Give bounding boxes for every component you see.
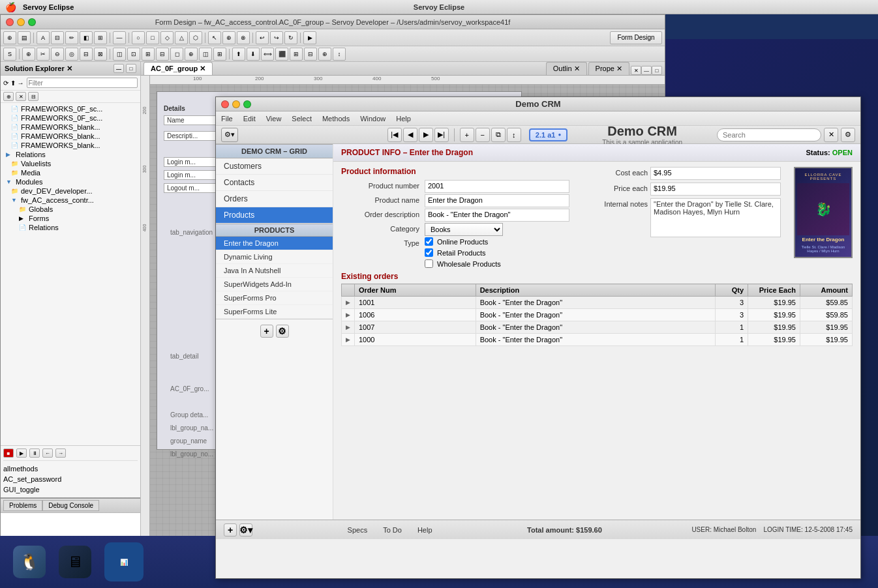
tb-btn-1[interactable]: ⊕ (3, 31, 16, 44)
tb-btn-10[interactable]: □ (146, 31, 159, 44)
order-row-1006[interactable]: ▶ 1006 Book - "Enter the Dragon" 3 $19.9… (342, 309, 853, 321)
nav-products[interactable]: Products (216, 207, 333, 224)
tb-btn-nav3[interactable]: ↻ (284, 31, 297, 44)
nav-dynamic-living[interactable]: Dynamic Living (216, 250, 333, 264)
nav-prev-btn[interactable]: ◀ (403, 128, 417, 142)
pause-btn[interactable]: ⏸ (29, 448, 40, 458)
add-nav-btn[interactable]: + (260, 325, 273, 338)
form-design-btn[interactable]: Form Design (610, 31, 662, 44)
debug-console-tab[interactable]: Debug Console (42, 500, 99, 511)
tb-btn-4[interactable]: ⊟ (51, 31, 64, 44)
tb-btn-5[interactable]: ✏ (65, 31, 78, 44)
panel-min-btn[interactable]: — (641, 66, 652, 75)
tb2-13[interactable]: ◫ (199, 48, 212, 61)
tb2-1[interactable]: ⊕ (22, 48, 35, 61)
nav-back-btn[interactable]: ← (42, 448, 53, 458)
tb2-18[interactable]: ⬛ (275, 48, 288, 61)
tb2-14[interactable]: ⊞ (213, 48, 226, 61)
tb2-9[interactable]: ⊞ (142, 48, 155, 61)
tree-item-media[interactable]: 📁 Media (1, 168, 140, 177)
tb-btn-15[interactable]: ⊗ (237, 31, 250, 44)
nav-superwidgets[interactable]: SuperWidgets Add-In (216, 278, 333, 291)
nav-next-btn[interactable]: ▶ (419, 128, 433, 142)
nav-customers[interactable]: Customers (216, 158, 333, 175)
tb2-11[interactable]: ◻ (170, 48, 183, 61)
menu-select[interactable]: Select (292, 115, 312, 123)
tb2-10[interactable]: ⊟ (156, 48, 169, 61)
options-bottom-btn[interactable]: ⚙▾ (239, 523, 252, 537)
tb-btn-2[interactable]: ▤ (18, 31, 31, 44)
tab-ac0f[interactable]: AC_0F_group ✕ (144, 62, 213, 75)
online-products-row[interactable]: Online Products (425, 237, 501, 246)
crm-close-btn[interactable] (221, 100, 229, 108)
tb-btn-nav1[interactable]: ↩ (256, 31, 269, 44)
tab-prope[interactable]: Prope ✕ (588, 62, 629, 75)
allmethods-item[interactable]: allmethods (3, 463, 138, 474)
tb2-16[interactable]: ⬇ (247, 48, 260, 61)
nav-java-nutshell[interactable]: Java In A Nutshell (216, 264, 333, 278)
tree-item-frameworks2[interactable]: 📄 FRAMEWORKS_0F_sc... (1, 113, 140, 123)
add-bottom-btn[interactable]: + (224, 523, 237, 537)
tree-item-globals[interactable]: 📁 Globals (1, 205, 140, 214)
tab-todo[interactable]: To Do (378, 525, 407, 535)
tb2-20[interactable]: ⊟ (304, 48, 317, 61)
tb-btn-8[interactable]: — (113, 31, 126, 44)
tree-item-frameworks4[interactable]: 📄 FRAMEWORKS_blank... (1, 132, 140, 141)
tb2-7[interactable]: ◫ (113, 48, 126, 61)
tb-servoy[interactable]: S (3, 48, 16, 61)
tb-btn-mouse[interactable]: ↖ (208, 31, 221, 44)
menu-window[interactable]: Window (360, 115, 386, 123)
retail-products-cb[interactable] (425, 248, 433, 257)
tree-btn-3[interactable]: ⊟ (28, 92, 38, 101)
tb2-21[interactable]: ⊕ (318, 48, 331, 61)
nav-enter-dragon[interactable]: Enter the Dragon (216, 237, 333, 250)
tb2-22[interactable]: ↕ (333, 48, 346, 61)
tab-outline[interactable]: Outlin ✕ (546, 62, 587, 75)
nav-first-btn[interactable]: |◀ (387, 128, 402, 142)
dock-blue-widget[interactable]: 📊 (104, 542, 144, 581)
tb-btn-14[interactable]: ⊕ (222, 31, 235, 44)
nav-superforms-lite[interactable]: SuperForms Lite (216, 305, 333, 319)
sort-btn[interactable]: ↕ (507, 128, 521, 142)
problems-tab[interactable]: Problems (3, 500, 42, 511)
tb2-6[interactable]: ⊠ (94, 48, 107, 61)
ac-set-password-item[interactable]: AC_set_password (3, 474, 138, 484)
new-record-btn[interactable]: + (460, 128, 474, 142)
gui-toggle-item[interactable]: GUI_toggle (3, 484, 138, 495)
tb-btn-6[interactable]: ◧ (80, 31, 93, 44)
dock-icon-2[interactable]: 🖥 (59, 546, 91, 578)
tb2-4[interactable]: ◎ (65, 48, 78, 61)
crm-settings-btn[interactable]: ⚙▾ (221, 128, 238, 142)
search-clear-btn[interactable]: ✕ (824, 128, 838, 142)
order-row-1000[interactable]: ▶ 1000 Book - "Enter the Dragon" 1 $19.9… (342, 334, 853, 346)
minimize-button[interactable] (17, 18, 25, 26)
category-select[interactable]: Books (425, 223, 503, 236)
tree-item-relations[interactable]: ▶ Relations (1, 150, 140, 159)
tb-btn-run[interactable]: ▶ (303, 31, 316, 44)
settings-nav-btn[interactable]: ⚙ (276, 325, 289, 338)
tb2-17[interactable]: ⟺ (261, 48, 274, 61)
search-settings-btn[interactable]: ⚙ (841, 128, 855, 142)
menu-file[interactable]: File (221, 115, 233, 123)
wholesale-products-cb[interactable] (425, 259, 433, 268)
crm-minimize-btn[interactable] (232, 100, 240, 108)
nav-superforms-pro[interactable]: SuperForms Pro (216, 291, 333, 305)
tb-btn-12[interactable]: △ (175, 31, 188, 44)
panel-max-btn[interactable]: □ (652, 66, 662, 75)
tb-btn-9[interactable]: ○ (132, 31, 145, 44)
retail-products-row[interactable]: Retail Products (425, 248, 501, 257)
tb2-5[interactable]: ⊟ (80, 48, 93, 61)
wholesale-products-row[interactable]: Wholesale Products (425, 259, 501, 268)
tab-help[interactable]: Help (412, 525, 438, 535)
tb2-3[interactable]: ⊖ (51, 48, 64, 61)
tree-item-frameworks3[interactable]: 📄 FRAMEWORKS_blank... (1, 123, 140, 132)
tree-item-relations2[interactable]: 📄 Relations (1, 223, 140, 232)
stop-btn[interactable]: ■ (3, 448, 14, 458)
menu-help[interactable]: Help (396, 115, 411, 123)
nav-last-btn[interactable]: ▶| (434, 128, 449, 142)
nav-fwd-btn[interactable]: → (55, 448, 66, 458)
tree-item-frameworks5[interactable]: 📄 FRAMEWORKS_blank... (1, 141, 140, 150)
tree-item-dev[interactable]: 📁 dev_DEV_developer... (1, 186, 140, 196)
tree-item-valuelists[interactable]: 📁 Valuelists (1, 159, 140, 168)
tb2-2[interactable]: ✂ (37, 48, 50, 61)
